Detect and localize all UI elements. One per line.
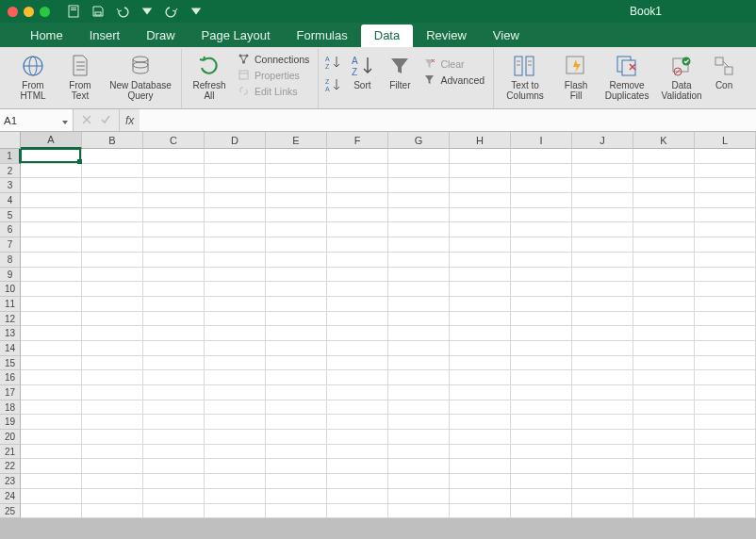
cell[interactable] bbox=[205, 356, 266, 371]
cell[interactable] bbox=[143, 178, 205, 193]
cell[interactable] bbox=[82, 370, 143, 385]
cell[interactable] bbox=[633, 178, 695, 193]
minimize-window-button[interactable] bbox=[24, 7, 34, 17]
cell[interactable] bbox=[450, 385, 511, 400]
row-header[interactable]: 25 bbox=[0, 504, 21, 519]
cell[interactable] bbox=[511, 504, 572, 519]
cell[interactable] bbox=[143, 312, 205, 327]
cell[interactable] bbox=[205, 474, 266, 489]
cell[interactable] bbox=[327, 489, 388, 504]
cell[interactable] bbox=[21, 253, 82, 268]
cell[interactable] bbox=[82, 268, 143, 283]
cell[interactable] bbox=[205, 445, 266, 460]
cell[interactable] bbox=[695, 149, 756, 164]
formula-input[interactable] bbox=[140, 109, 756, 131]
cell[interactable] bbox=[572, 178, 633, 193]
connections-button[interactable]: Connections bbox=[235, 52, 312, 66]
column-header[interactable]: I bbox=[511, 132, 572, 149]
zoom-window-button[interactable] bbox=[40, 7, 50, 17]
cell[interactable] bbox=[205, 208, 266, 223]
cell[interactable] bbox=[266, 356, 327, 371]
cell[interactable] bbox=[327, 326, 388, 341]
name-box-dropdown-icon[interactable] bbox=[61, 117, 69, 124]
cell[interactable] bbox=[266, 237, 327, 253]
save-file-icon[interactable] bbox=[67, 5, 80, 18]
cell[interactable] bbox=[143, 149, 205, 164]
cell[interactable] bbox=[388, 430, 450, 445]
cell[interactable] bbox=[633, 385, 695, 400]
cell[interactable] bbox=[82, 356, 143, 371]
cell[interactable] bbox=[388, 253, 450, 268]
cell[interactable] bbox=[21, 208, 82, 223]
cell[interactable] bbox=[21, 504, 82, 519]
cell[interactable] bbox=[205, 459, 266, 474]
close-window-button[interactable] bbox=[8, 7, 18, 17]
cell[interactable] bbox=[633, 208, 695, 223]
cell[interactable] bbox=[511, 222, 572, 237]
cell[interactable] bbox=[511, 178, 572, 193]
cell[interactable] bbox=[450, 504, 511, 519]
cell[interactable] bbox=[82, 474, 143, 489]
cell[interactable] bbox=[695, 326, 756, 341]
cell[interactable] bbox=[82, 253, 143, 268]
cell[interactable] bbox=[633, 312, 695, 327]
cell[interactable] bbox=[388, 474, 450, 489]
cell[interactable] bbox=[511, 459, 572, 474]
cell[interactable] bbox=[327, 385, 388, 400]
cell[interactable] bbox=[205, 253, 266, 268]
cell[interactable] bbox=[450, 193, 511, 208]
cell[interactable] bbox=[21, 149, 82, 164]
cell[interactable] bbox=[633, 370, 695, 385]
cell[interactable] bbox=[21, 385, 82, 400]
cell[interactable] bbox=[327, 370, 388, 385]
cell[interactable] bbox=[572, 445, 633, 460]
row-header[interactable]: 24 bbox=[0, 489, 21, 504]
cell[interactable] bbox=[143, 385, 205, 400]
cell[interactable] bbox=[511, 164, 572, 179]
cell[interactable] bbox=[143, 356, 205, 371]
cell[interactable] bbox=[266, 474, 327, 489]
sort-desc-button[interactable]: ZA bbox=[324, 76, 341, 93]
undo-icon[interactable] bbox=[116, 5, 129, 18]
cell[interactable] bbox=[450, 282, 511, 297]
text-to-columns-button[interactable]: Text to Columns bbox=[500, 51, 551, 101]
row-header[interactable]: 7 bbox=[0, 237, 21, 253]
cell[interactable] bbox=[266, 253, 327, 268]
name-box[interactable]: A1 bbox=[0, 109, 74, 131]
cell[interactable] bbox=[388, 415, 450, 430]
cell[interactable] bbox=[266, 445, 327, 460]
row-header[interactable]: 15 bbox=[0, 356, 21, 371]
cell[interactable] bbox=[143, 341, 205, 356]
consolidate-button[interactable]: Con bbox=[711, 51, 737, 91]
cells-area[interactable] bbox=[21, 149, 756, 518]
cell[interactable] bbox=[572, 297, 633, 312]
cell[interactable] bbox=[572, 222, 633, 237]
cell[interactable] bbox=[572, 312, 633, 327]
cell[interactable] bbox=[327, 445, 388, 460]
cell[interactable] bbox=[82, 430, 143, 445]
cell[interactable] bbox=[633, 222, 695, 237]
cell[interactable] bbox=[388, 459, 450, 474]
column-header[interactable]: F bbox=[327, 132, 388, 149]
cell[interactable] bbox=[633, 504, 695, 519]
cell[interactable] bbox=[388, 504, 450, 519]
row-header[interactable]: 17 bbox=[0, 385, 21, 400]
cell[interactable] bbox=[388, 222, 450, 237]
cell[interactable] bbox=[143, 193, 205, 208]
cell[interactable] bbox=[695, 164, 756, 179]
cell[interactable] bbox=[450, 178, 511, 193]
cell[interactable] bbox=[143, 237, 205, 253]
cell[interactable] bbox=[327, 400, 388, 416]
cell[interactable] bbox=[205, 400, 266, 416]
cell[interactable] bbox=[633, 459, 695, 474]
column-header[interactable]: L bbox=[695, 132, 756, 149]
cell[interactable] bbox=[21, 178, 82, 193]
cell[interactable] bbox=[695, 370, 756, 385]
cell[interactable] bbox=[695, 253, 756, 268]
sort-asc-button[interactable]: AZ bbox=[324, 54, 341, 71]
cell[interactable] bbox=[21, 237, 82, 253]
cell[interactable] bbox=[21, 415, 82, 430]
cell[interactable] bbox=[266, 297, 327, 312]
cell[interactable] bbox=[327, 149, 388, 164]
cell[interactable] bbox=[143, 474, 205, 489]
